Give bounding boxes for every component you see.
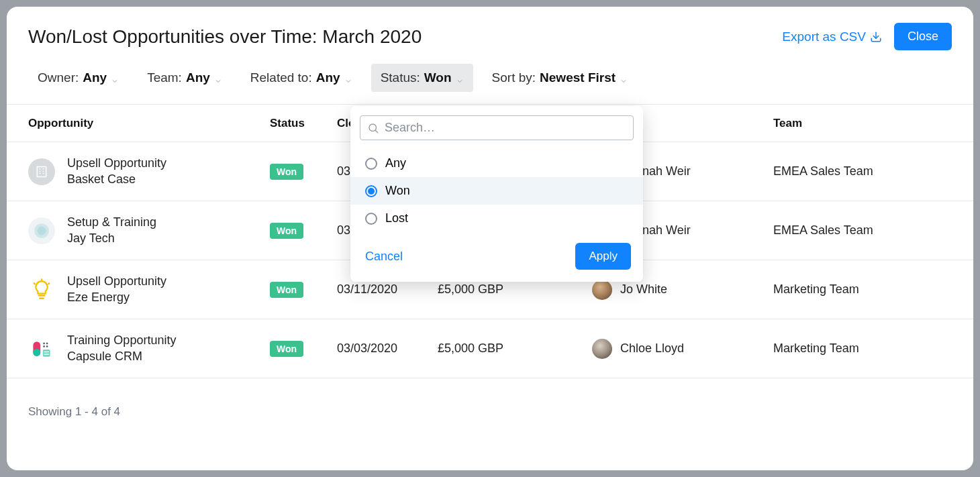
svg-point-15 (43, 342, 45, 344)
chevron-down-icon (344, 74, 352, 82)
opportunity-company: Basket Case (67, 172, 166, 187)
svg-rect-1 (37, 166, 46, 176)
radio-icon (365, 158, 377, 170)
filter-sort-label: Sort by: (492, 70, 536, 85)
cancel-button[interactable]: Cancel (365, 250, 403, 264)
filter-owner-value: Any (83, 70, 107, 85)
team-cell: EMEA Sales Team (773, 164, 952, 178)
building-icon (28, 158, 55, 185)
close-button[interactable]: Close (894, 23, 952, 50)
svg-point-17 (43, 346, 45, 348)
value-cell: £5,000 GBP (438, 282, 592, 297)
closed-cell: 03/03/2020 (337, 341, 438, 356)
opportunity-company: Eze Energy (67, 290, 166, 305)
owner-name: Jo White (620, 282, 667, 297)
status-cell: Won (270, 282, 337, 298)
option-label: Won (385, 184, 410, 198)
filter-team-value: Any (186, 70, 210, 85)
chevron-down-icon (214, 74, 222, 82)
option-won[interactable]: Won (350, 177, 643, 205)
option-label: Any (385, 156, 406, 170)
modal-header: Won/Lost Opportunities over Time: March … (7, 7, 973, 50)
opportunity-text: Upsell Opportunity Basket Case (67, 156, 166, 187)
value-cell: £5,000 GBP (438, 341, 592, 356)
option-label: Lost (385, 211, 408, 225)
closed-cell: 03/11/2020 (337, 282, 438, 297)
status-badge: Won (270, 223, 303, 239)
capsule-icon (28, 335, 55, 362)
filter-owner-label: Owner: (38, 70, 79, 85)
filter-bar: Owner: Any Team: Any Related to: Any Sta… (7, 50, 973, 104)
svg-point-22 (369, 124, 377, 131)
svg-point-16 (46, 342, 48, 344)
chevron-down-icon (111, 74, 119, 82)
export-csv-link[interactable]: Export as CSV (782, 30, 882, 44)
radio-icon (365, 185, 377, 197)
opportunity-text: Setup & Training Jay Tech (67, 215, 156, 246)
svg-line-23 (375, 130, 377, 132)
team-cell: Marketing Team (773, 341, 952, 356)
showing-count: Showing 1 - 4 of 4 (28, 405, 120, 418)
filter-status[interactable]: Status: Won (371, 64, 473, 92)
header-actions: Export as CSV Close (782, 23, 952, 50)
status-cell: Won (270, 164, 337, 180)
dropdown-search-input[interactable] (385, 121, 626, 135)
col-status: Status (270, 117, 337, 130)
filter-status-label: Status: (381, 70, 420, 85)
filter-team-label: Team: (147, 70, 182, 85)
filter-related-label: Related to: (250, 70, 312, 85)
opportunity-text: Training Opportunity Capsule CRM (67, 333, 176, 364)
owner-cell: Jo White (592, 280, 773, 300)
svg-point-18 (46, 346, 48, 348)
opportunity-name: Upsell Opportunity (67, 156, 166, 171)
svg-rect-14 (33, 349, 40, 356)
owner-cell: Chloe Lloyd (592, 339, 773, 359)
status-badge: Won (270, 282, 303, 298)
chevron-down-icon (620, 74, 628, 82)
svg-line-12 (48, 283, 49, 284)
option-lost[interactable]: Lost (350, 205, 643, 232)
avatar (592, 280, 612, 300)
opportunity-cell: Training Opportunity Capsule CRM (28, 333, 270, 364)
filter-status-value: Won (424, 70, 452, 85)
circle-icon (28, 217, 55, 244)
avatar (592, 339, 612, 359)
filter-related-value: Any (316, 70, 340, 85)
status-cell: Won (270, 223, 337, 239)
opportunity-name: Setup & Training (67, 215, 156, 230)
opportunity-name: Upsell Opportunity (67, 274, 166, 289)
opportunity-company: Jay Tech (67, 231, 156, 246)
status-filter-dropdown: Any Won Lost Cancel Apply (350, 106, 643, 282)
export-csv-label: Export as CSV (782, 30, 866, 44)
team-cell: EMEA Sales Team (773, 223, 952, 237)
filter-sort-by[interactable]: Sort by: Newest First (483, 64, 637, 92)
download-icon (870, 31, 882, 43)
svg-point-9 (38, 226, 46, 235)
svg-rect-19 (43, 349, 50, 356)
opportunity-cell: Setup & Training Jay Tech (28, 215, 270, 246)
dropdown-search-wrap (350, 115, 643, 146)
dropdown-search-box[interactable] (360, 115, 634, 140)
opportunity-cell: Upsell Opportunity Basket Case (28, 156, 270, 187)
col-team: Team (773, 117, 952, 130)
table-row[interactable]: Training Opportunity Capsule CRM Won 03/… (7, 319, 973, 378)
page-title: Won/Lost Opportunities over Time: March … (28, 26, 422, 48)
option-any[interactable]: Any (350, 150, 643, 177)
chevron-down-icon (456, 74, 464, 82)
status-cell: Won (270, 341, 337, 357)
opportunity-company: Capsule CRM (67, 349, 176, 364)
report-modal: Won/Lost Opportunities over Time: March … (7, 7, 973, 470)
filter-team[interactable]: Team: Any (138, 64, 232, 92)
col-opportunity: Opportunity (28, 117, 270, 130)
table-footer: Showing 1 - 4 of 4 (7, 378, 973, 432)
filter-related-to[interactable]: Related to: Any (241, 64, 362, 92)
dropdown-options: Any Won Lost (350, 146, 643, 236)
apply-button[interactable]: Apply (575, 243, 631, 270)
status-badge: Won (270, 164, 303, 180)
owner-name: Chloe Lloyd (620, 341, 684, 356)
search-icon (367, 122, 379, 134)
status-badge: Won (270, 341, 303, 357)
lightbulb-icon (28, 276, 55, 303)
filter-owner[interactable]: Owner: Any (28, 64, 128, 92)
filter-sort-value: Newest First (540, 70, 616, 85)
